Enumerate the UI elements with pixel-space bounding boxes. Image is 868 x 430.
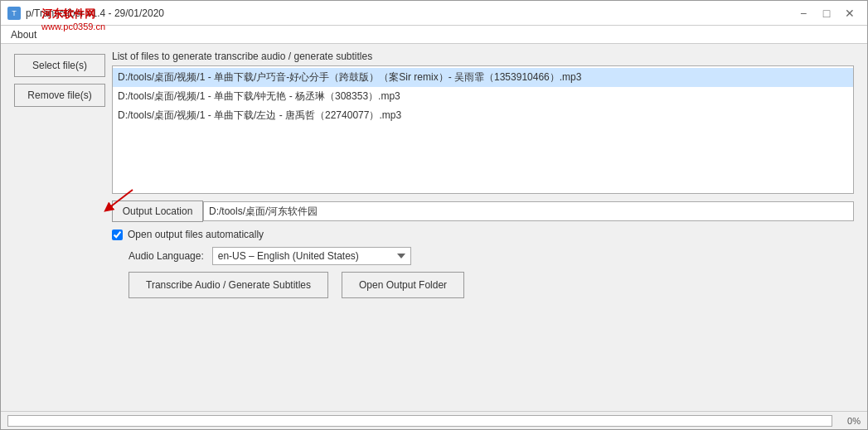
language-label: Audio Language: — [129, 250, 204, 262]
left-buttons-panel: Select file(s) Remove file(s) — [1, 44, 105, 411]
title-bar: T p/Transcriber v1.4 - 29/01/2020 河东软件网 … — [1, 1, 867, 26]
checkbox-row: Open output files automatically — [112, 229, 854, 240]
output-location-input[interactable] — [203, 201, 854, 221]
progress-bar-outer — [7, 415, 832, 427]
progress-bar-container: 0% — [1, 411, 867, 429]
window-title: p/Transcriber v1.4 - 29/01/2020 — [26, 7, 164, 19]
file-item-2[interactable]: D:/tools/桌面/视频/1 - 单曲下载/左边 - 唐禹哲（2274007… — [113, 106, 853, 125]
language-row: Audio Language: en-US – English (United … — [112, 247, 854, 265]
files-list[interactable]: D:/tools/桌面/视频/1 - 单曲下载/户巧音-好心分手（跨鼓版）（案S… — [112, 65, 854, 194]
main-window: T p/Transcriber v1.4 - 29/01/2020 河东软件网 … — [0, 0, 868, 430]
menu-about[interactable]: About — [4, 27, 43, 42]
main-right-panel: List of files to generate transcribe aud… — [105, 44, 867, 411]
transcribe-button[interactable]: Transcribe Audio / Generate Subtitles — [129, 272, 328, 298]
maximize-button[interactable]: □ — [816, 6, 837, 21]
close-button[interactable]: ✕ — [839, 6, 861, 21]
output-location-button[interactable]: Output Location — [112, 201, 203, 222]
output-location-wrapper: Output Location — [112, 201, 854, 222]
files-list-label: List of files to generate transcribe aud… — [112, 51, 854, 62]
minimize-button[interactable]: − — [793, 6, 814, 21]
main-layout: Select file(s) Remove file(s) List of fi… — [1, 44, 867, 411]
select-files-button[interactable]: Select file(s) — [14, 54, 105, 77]
title-bar-controls: − □ ✕ — [793, 6, 861, 21]
progress-label: 0% — [836, 416, 861, 426]
menu-bar: About — [1, 26, 867, 44]
file-item-0[interactable]: D:/tools/桌面/视频/1 - 单曲下载/户巧音-好心分手（跨鼓版）（案S… — [113, 68, 853, 87]
file-item-1[interactable]: D:/tools/桌面/视频/1 - 单曲下载/钟无艳 - 杨丞琳（308353… — [113, 87, 853, 106]
actions-row: Transcribe Audio / Generate Subtitles Op… — [112, 272, 854, 298]
open-folder-button[interactable]: Open Output Folder — [342, 272, 464, 298]
output-row: Output Location — [112, 201, 854, 222]
title-bar-left: T p/Transcriber v1.4 - 29/01/2020 — [7, 7, 164, 20]
app-icon: T — [7, 7, 21, 20]
language-select[interactable]: en-US – English (United States)zh-CN – C… — [212, 247, 411, 265]
open-auto-checkbox[interactable] — [112, 229, 123, 240]
files-section: List of files to generate transcribe aud… — [112, 51, 854, 194]
remove-files-button[interactable]: Remove file(s) — [14, 84, 105, 107]
open-auto-label[interactable]: Open output files automatically — [128, 229, 264, 240]
